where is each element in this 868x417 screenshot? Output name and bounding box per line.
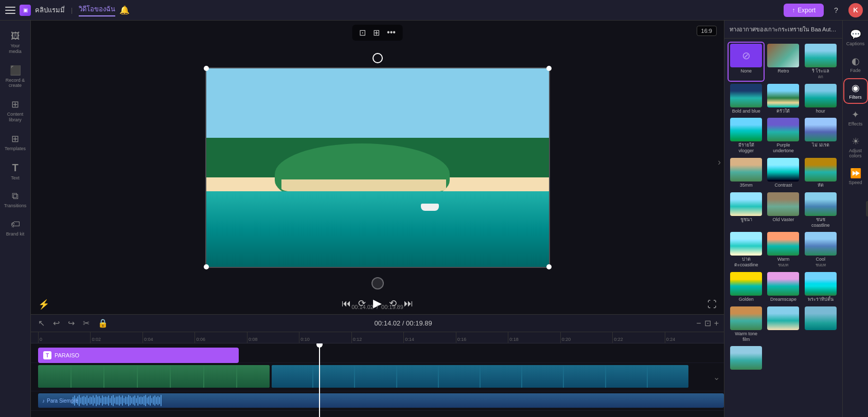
sidebar-label-your-media: Your media [5,43,26,55]
filter-bottom3[interactable] [729,345,764,372]
notification-icon[interactable]: 🔔 [119,5,130,15]
crop-button[interactable]: ⊡ [357,27,368,39]
filter-label-none: None [740,68,752,74]
right-panel: ทางอากาศของเกาะกระเทรายใน Baa Auto... ⊘ … [724,21,842,417]
zoom-out-button[interactable]: − [696,319,701,328]
thumb-r10 [648,365,688,388]
filter-thumb-dreamscape [767,272,799,296]
help-button[interactable]: ? [829,3,843,17]
wave-bar [99,396,100,405]
filter-family[interactable]: ครัวใต้ [766,83,801,115]
text-clip-label: PARAISO [55,352,79,358]
export-button[interactable]: ↑ Export [784,4,824,17]
filter-vlogger[interactable]: มีรายใต้vlogger [729,117,764,155]
collapse-sidebar-button[interactable]: ‹ [866,201,868,216]
thumb-6 [204,365,237,388]
text-clip[interactable]: T PARAISO [38,348,239,363]
filter-35mm[interactable]: 35mm [729,157,764,189]
filter-coastline[interactable]: ชนชcoastline [803,191,838,229]
filter-purple-undertone[interactable]: Purpleundertone [766,117,801,155]
filter-cut[interactable]: หัต [803,157,838,189]
filter-hour[interactable]: hour [803,83,838,115]
filter-thumb-vlogger [730,118,762,141]
wave-bar [111,396,112,405]
skip-to-start-button[interactable]: ⏮ [342,298,351,309]
filter-none[interactable]: ⊘ None [729,43,764,81]
water-gradient [206,191,549,267]
video-clip-right[interactable] [272,365,688,388]
filter-bottom1[interactable] [766,305,801,343]
video-clip-inner-right [272,365,688,388]
wave-bar [102,395,103,406]
filter-coastline2[interactable]: ปาตตะcoastline [729,231,764,269]
expand-timeline-button[interactable]: ⌄ [713,372,720,382]
filter-warm[interactable]: Warmชนบท [766,231,801,269]
thumb-r8 [564,365,605,388]
filter-old-vaster[interactable]: Old Vaster [766,191,801,229]
wave-bar [136,398,137,404]
handle-top-left[interactable] [204,66,209,71]
undo-button[interactable]: ↩ [51,317,62,329]
sidebar-item-record-create[interactable]: ⬛ Record &create [2,61,29,93]
expand-right-button[interactable]: › [718,157,721,168]
redo-button[interactable]: ↪ [66,317,77,329]
wave-bar [97,396,98,405]
select-tool[interactable]: ↖ [36,317,47,329]
fit-button[interactable]: ⊞ [371,27,382,39]
playhead[interactable] [319,343,320,417]
filter-paradise[interactable]: พระราทิปตั้น [803,271,838,303]
hamburger-menu[interactable] [5,7,15,14]
effects-label: Effects [848,121,862,126]
filter-label-purple-undertone: Purpleundertone [773,142,794,154]
wave-bar [140,396,141,405]
sidebar-item-templates[interactable]: ⊞ Templates [2,129,29,156]
effects-tool[interactable]: ✦ Effects [844,106,867,130]
sidebar-label-record-create: Record &create [6,78,25,89]
sidebar-item-content-library[interactable]: ⊞ Contentlibrary [2,95,29,127]
video-clip-left[interactable] [38,365,270,388]
sidebar-item-transitions[interactable]: ⧉ Transitions [2,187,29,213]
sidebar-item-brand-kit[interactable]: 🏷 Brand kit [2,215,29,241]
filter-bold-blue[interactable]: Bold and blue [729,83,764,115]
playhead-marker[interactable] [371,277,384,289]
adjust-colors-tool[interactable]: ☀ Adjustcolors [844,133,867,161]
captions-tool[interactable]: 💬 Captions [844,26,867,49]
user-avatar[interactable]: K [848,3,863,17]
filter-undertone[interactable]: ไม่ ม่เรต [803,117,838,155]
fullscreen-button[interactable]: ⛶ [707,299,717,310]
cut-button[interactable]: ✂ [81,317,92,329]
fade-tool[interactable]: ◐ Fade [844,52,867,76]
handle-bottom-left[interactable] [204,264,209,269]
filter-golden[interactable]: Golden [729,271,764,303]
rotate-handle[interactable] [373,53,383,63]
fade-label: Fade [850,68,861,73]
video-tab[interactable]: วิดีโอของฉัน [79,4,115,16]
filters-tool[interactable]: ◉ Filters [844,79,867,103]
sidebar-item-your-media[interactable]: 🖼 Your media [2,27,29,59]
handle-top-right[interactable] [546,66,552,71]
handle-bottom-right[interactable] [546,264,552,269]
speed-tool[interactable]: ⏩ Speed [844,165,867,188]
project-title[interactable]: คลิปแรมมี่ [35,5,65,15]
skip-to-end-button[interactable]: ⏭ [404,298,413,309]
filter-warm-tone[interactable]: Warm tonefilm [729,305,764,343]
zoom-in-button[interactable]: + [714,319,719,328]
filter-label-retro: Retro [777,68,789,74]
lock-button[interactable]: 🔒 [96,317,110,329]
more-button[interactable]: ••• [385,27,398,39]
sidebar-item-text[interactable]: T Text [2,158,29,185]
filter-dreamscape[interactable]: Dreamscape [766,271,801,303]
zoom-to-fit-button[interactable]: ⊡ [704,318,711,328]
audio-clip[interactable]: ♪ Para Siempre [38,393,724,408]
filter-retro[interactable]: Retro [766,43,801,81]
filter-bottom2[interactable] [803,305,838,343]
wave-bar [133,396,134,405]
filter-grid: ⊘ None Retro ริ โระแลตก Bold and blue คร [724,39,842,376]
filter-cool[interactable]: Coolชนบท [803,231,838,269]
magic-button[interactable]: ⚡ [38,299,49,310]
filter-contrast[interactable]: Contrast [766,157,801,189]
filter-th1[interactable]: ริ โระแลตก [803,43,838,81]
wave-bar [103,397,104,404]
filter-beachcomber[interactable]: ชูชนา [729,191,764,229]
wave-bar [148,396,149,405]
